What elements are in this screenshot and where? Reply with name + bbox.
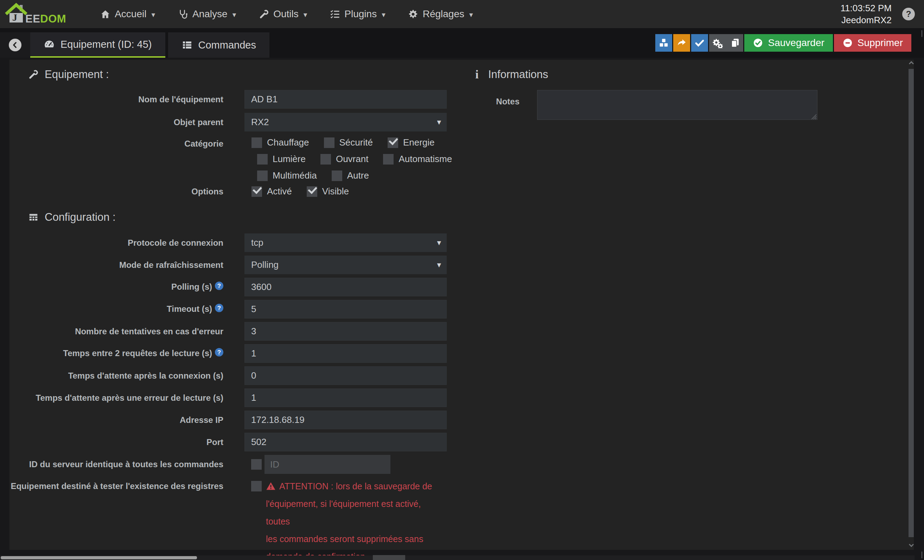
- checkbox[interactable]: [388, 138, 398, 148]
- checkbox[interactable]: [320, 154, 331, 165]
- parent-object-select[interactable]: RX2: [244, 113, 447, 132]
- caret-down-icon: [437, 238, 441, 247]
- protocol-select[interactable]: tcp: [244, 234, 447, 252]
- select-value: Polling: [251, 259, 279, 270]
- category-lumiere[interactable]: Lumière: [257, 154, 306, 165]
- jeedom-logo[interactable]: J EEDOM: [3, 3, 66, 25]
- checkbox[interactable]: [383, 154, 394, 165]
- warning-text: ATTENTION : lors de la sauvegarde de l'é…: [266, 478, 447, 560]
- checkbox[interactable]: [257, 154, 268, 165]
- timeout-input[interactable]: [244, 300, 447, 319]
- apply-button[interactable]: [691, 34, 708, 52]
- right-column: Informations Notes: [462, 60, 914, 560]
- gear-icon: [408, 9, 418, 19]
- scrollbar-thumb[interactable]: [909, 69, 914, 537]
- help-icon[interactable]: [902, 8, 915, 20]
- tab-label: Commandes: [198, 39, 256, 51]
- read-error-delay-input[interactable]: [244, 388, 447, 407]
- row-server-id: ID du serveur identique à toutes les com…: [9, 455, 462, 474]
- polling-input[interactable]: [244, 278, 447, 296]
- category-chauffage[interactable]: Chauffage: [252, 137, 309, 148]
- nav-analyse[interactable]: Analyse: [178, 9, 236, 20]
- checkbox[interactable]: [324, 138, 334, 148]
- connect-delay-input[interactable]: [244, 366, 447, 385]
- clipped-element: [373, 555, 405, 560]
- info-icon: [471, 69, 483, 80]
- nav-label: Réglages: [423, 9, 464, 20]
- ip-address-input[interactable]: [244, 410, 447, 429]
- save-button[interactable]: Sauvegarder: [744, 34, 832, 52]
- scroll-down-icon[interactable]: [909, 542, 914, 547]
- back-button[interactable]: [0, 32, 30, 58]
- home-icon: [100, 9, 111, 19]
- category-securite[interactable]: Sécurité: [324, 137, 373, 148]
- checkbox[interactable]: [252, 138, 262, 148]
- checkbox[interactable]: [332, 171, 342, 181]
- top-navbar: J EEDOM Accueil Analyse: [0, 0, 924, 28]
- delete-button[interactable]: Supprimer: [834, 34, 911, 52]
- row-refresh-mode: Mode de rafraîchissement Polling: [9, 256, 462, 274]
- nav-plugins[interactable]: Plugins: [330, 9, 385, 20]
- clock-time: 11:03:52 PM: [840, 2, 892, 14]
- dependencies-button[interactable]: [655, 34, 672, 52]
- options: Activé Visible: [244, 186, 447, 197]
- share-button[interactable]: [673, 34, 690, 52]
- settings-button[interactable]: [709, 34, 726, 52]
- field-label: Objet parent: [9, 117, 224, 127]
- category-energie[interactable]: Energie: [388, 137, 435, 148]
- checkbox[interactable]: [257, 171, 268, 181]
- category-autre[interactable]: Autre: [332, 170, 369, 181]
- horizontal-scrollbar-thumb[interactable]: [1, 556, 197, 559]
- question-icon[interactable]: [215, 281, 224, 290]
- row-categories: Catégorie Chauffage Sécurité Energie Lum…: [9, 137, 462, 187]
- row-read-interval: Temps entre 2 requêtes de lecture (s): [9, 344, 462, 363]
- equipment-name-input[interactable]: [244, 90, 447, 109]
- option-active[interactable]: Activé: [252, 186, 292, 197]
- scroll-up-icon[interactable]: [909, 61, 914, 66]
- field-label: Adresse IP: [9, 415, 224, 425]
- row-retry-count: Nombre de tentatives en cas d'erreur: [9, 322, 462, 341]
- chevron-down-icon: [381, 9, 386, 20]
- server-id-input[interactable]: [264, 455, 390, 474]
- delete-label: Supprimer: [858, 37, 903, 48]
- read-interval-input[interactable]: [244, 344, 447, 363]
- category-automatisme[interactable]: Automatisme: [383, 154, 452, 165]
- window-scroll-down[interactable]: [921, 552, 922, 559]
- copy-button[interactable]: [727, 34, 743, 52]
- nav-outils[interactable]: Outils: [258, 9, 307, 20]
- category-line: Chauffage Sécurité Energie: [252, 137, 447, 148]
- port-input[interactable]: [244, 433, 447, 451]
- checkbox[interactable]: [307, 186, 317, 197]
- field-label: Mode de rafraîchissement: [9, 260, 224, 270]
- caret-down-icon: [437, 117, 441, 127]
- nav-accueil[interactable]: Accueil: [100, 9, 155, 20]
- category-ouvrant[interactable]: Ouvrant: [320, 154, 369, 165]
- option-visible[interactable]: Visible: [307, 186, 349, 197]
- row-notes: Notes: [462, 90, 914, 121]
- panel-scrollbar: [908, 60, 914, 550]
- question-icon[interactable]: [215, 304, 224, 312]
- checkbox[interactable]: [252, 186, 262, 197]
- notes-textarea[interactable]: [537, 90, 818, 120]
- question-icon[interactable]: [215, 348, 224, 356]
- window-scroll-up[interactable]: [921, 31, 922, 37]
- row-options: Options Activé Visible: [9, 186, 462, 197]
- row-parent-object: Objet parent RX2: [9, 113, 462, 132]
- field-label: Temps entre 2 requêtes de lecture (s): [9, 348, 224, 359]
- server-id-checkbox[interactable]: [251, 459, 262, 470]
- main-menu: Accueil Analyse Outils: [100, 9, 473, 20]
- category-multimedia[interactable]: Multimédia: [257, 170, 317, 181]
- resize-grip-icon[interactable]: [812, 114, 816, 119]
- select-value: tcp: [251, 237, 264, 248]
- retry-count-input[interactable]: [244, 322, 447, 341]
- notes-wrap: [537, 90, 818, 121]
- refresh-mode-select[interactable]: Polling: [244, 256, 447, 274]
- field-label: Catégorie: [9, 137, 224, 149]
- nav-reglages[interactable]: Réglages: [408, 9, 473, 20]
- register-test-checkbox[interactable]: [251, 481, 262, 491]
- tasks-icon: [330, 9, 340, 19]
- list-icon: [182, 39, 193, 51]
- server-id-cell: [244, 455, 447, 474]
- tab-commandes[interactable]: Commandes: [168, 32, 269, 58]
- tab-equipement[interactable]: Equipement (ID: 45): [30, 32, 165, 58]
